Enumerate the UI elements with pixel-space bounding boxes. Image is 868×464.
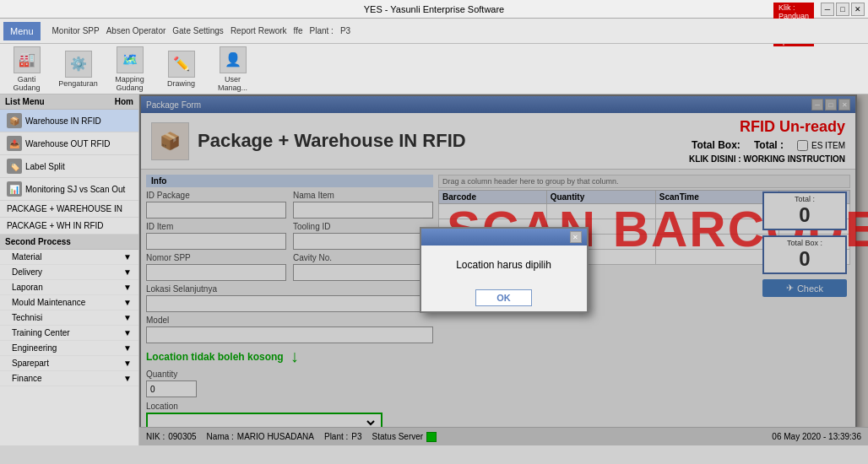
sidebar: List Menu Hom 📦 Warehouse IN RFID 📤 Ware…: [0, 94, 139, 445]
sidebar-header: List Menu Hom: [0, 94, 138, 110]
sidebar-engineering[interactable]: Engineering ▼: [0, 341, 138, 356]
home-label: Hom: [115, 97, 133, 106]
app-title: YES - Yasunli Enterprise Software: [364, 4, 505, 14]
modal-ok-button[interactable]: OK: [475, 289, 532, 306]
nav-gate-settings[interactable]: Gate Settings: [172, 26, 224, 35]
nav-ffe[interactable]: ffe: [294, 26, 303, 35]
toolbar: Menu Monitor SPP Absen Operator Gate Set…: [0, 19, 868, 44]
close-btn[interactable]: ✕: [851, 3, 865, 16]
warehouse-in-icon: 📦: [7, 113, 22, 128]
sidebar-item-warehouse-out-rfid[interactable]: 📤 Warehouse OUT RFID: [0, 132, 138, 155]
list-menu-label: List Menu: [5, 97, 45, 106]
sidebar-label-warehouse-in: Warehouse IN RFID: [25, 116, 101, 126]
nav-items: Monitor SPP Absen Operator Gate Settings…: [52, 26, 865, 35]
sidebar-finance[interactable]: Finance ▼: [0, 371, 138, 386]
sidebar-laporan[interactable]: Laporan ▼: [0, 280, 138, 295]
label-split-icon: 🏷️: [7, 159, 22, 174]
toolbar-mapping[interactable]: 🗺️ Mapping Gudang: [106, 46, 153, 92]
main-layout: List Menu Hom 📦 Warehouse IN RFID 📤 Ware…: [0, 94, 868, 445]
sidebar-item-package-wh-in-rfid[interactable]: PACKAGE + WH IN RFID: [0, 218, 138, 235]
toolbar-pengaturan[interactable]: ⚙️ Pengaturan: [55, 51, 101, 88]
warehouse-out-icon: 📤: [7, 136, 22, 151]
nav-plant-value: P3: [340, 26, 350, 35]
modal-message: Location harus dipilih: [456, 259, 551, 271]
maximize-btn[interactable]: □: [836, 3, 849, 16]
nav-monitor-spp[interactable]: Monitor SPP: [52, 26, 100, 35]
sidebar-mould-maintenance[interactable]: Mould Maintenance ▼: [0, 295, 138, 310]
modal-titlebar: ✕: [421, 229, 587, 245]
modal-dialog: ✕ Location harus dipilih OK: [420, 227, 589, 313]
sidebar-label-package-wh-in: PACKAGE + WAREHOUSE IN: [7, 204, 122, 213]
sidebar-label-package-rfid: PACKAGE + WH IN RFID: [7, 221, 104, 230]
sidebar-delivery[interactable]: Delivery ▼: [0, 265, 138, 280]
title-bar: YES - Yasunli Enterprise Software Klik :…: [0, 0, 868, 19]
nav-absen[interactable]: Absen Operator: [106, 26, 166, 35]
sidebar-sparepart[interactable]: Sparepart ▼: [0, 356, 138, 371]
nav-plant-label: Plant :: [310, 26, 334, 35]
modal-footer: OK: [421, 284, 587, 311]
modal-body: Location harus dipilih: [421, 245, 587, 284]
ganti-gudang-icon: 🏭: [14, 46, 41, 73]
toolbar-drawing[interactable]: ✏️ Drawing: [158, 51, 204, 88]
drawing-icon: ✏️: [168, 51, 195, 78]
title-bar-controls: Klik : Panduan apabila gagal update ─ □ …: [821, 3, 865, 16]
user-manage-icon: 👤: [220, 46, 247, 73]
mapping-icon: 🗺️: [117, 46, 144, 73]
modal-overlay: ✕ Location harus dipilih OK: [139, 94, 868, 445]
sidebar-label-monitoring: Monitoring SJ vs Scan Out: [25, 185, 125, 194]
sidebar-item-monitoring-sj[interactable]: 📊 Monitoring SJ vs Scan Out: [0, 178, 138, 201]
content-area: Package Form ─ □ ✕ 📦 Package + Warehouse…: [139, 94, 868, 445]
sidebar-material[interactable]: Material ▼: [0, 250, 138, 265]
sidebar-second-process[interactable]: Second Process: [0, 235, 138, 250]
monitoring-icon: 📊: [7, 181, 22, 197]
menu-button[interactable]: Menu: [3, 22, 41, 40]
sidebar-item-label-split[interactable]: 🏷️ Label Split: [0, 155, 138, 178]
sidebar-item-package-warehouse-in[interactable]: PACKAGE + WAREHOUSE IN: [0, 201, 138, 218]
pengaturan-icon: ⚙️: [65, 51, 92, 78]
toolbar2: 🏭 Ganti Gudang ⚙️ Pengaturan 🗺️ Mapping …: [0, 44, 868, 94]
toolbar-ganti-gudang[interactable]: 🏭 Ganti Gudang: [3, 46, 50, 92]
sidebar-training-center[interactable]: Training Center ▼: [0, 326, 138, 341]
sidebar-technisi[interactable]: Technisi ▼: [0, 310, 138, 326]
sidebar-label-label-split: Label Split: [25, 162, 65, 171]
sidebar-item-warehouse-in-rfid[interactable]: 📦 Warehouse IN RFID: [0, 110, 138, 132]
modal-close-icon[interactable]: ✕: [570, 231, 582, 243]
minimize-btn[interactable]: ─: [821, 3, 834, 16]
toolbar-user-manage[interactable]: 👤 User Manag...: [209, 46, 256, 92]
nav-report-rework[interactable]: Report Rework: [231, 26, 287, 35]
sidebar-label-warehouse-out: Warehouse OUT RFID: [25, 139, 111, 148]
